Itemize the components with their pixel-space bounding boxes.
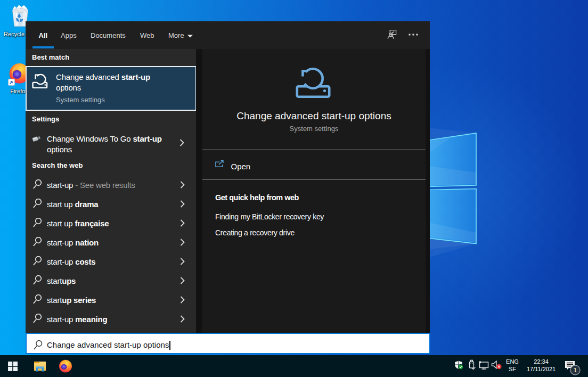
svg-text:1: 1 — [574, 367, 577, 373]
